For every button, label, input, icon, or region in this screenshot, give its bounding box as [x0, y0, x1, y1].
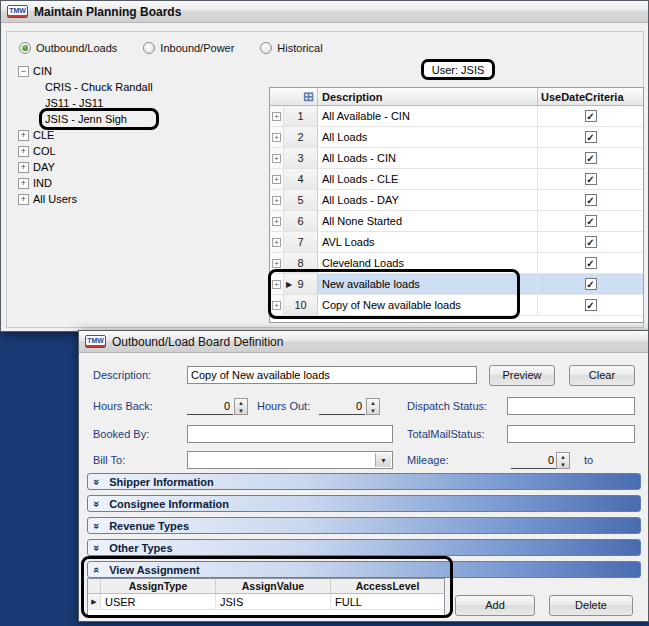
add-button[interactable]: Add [455, 595, 535, 616]
use-date-checkbox[interactable]: ✓ [585, 299, 597, 311]
spin-up-icon[interactable]: ▲ [557, 453, 569, 461]
board-description-cell[interactable]: All Available - CIN [318, 106, 538, 126]
expand-icon[interactable]: + [18, 146, 29, 157]
dispatch-status-input[interactable] [507, 397, 635, 415]
row-expand-cell[interactable]: + [270, 211, 284, 231]
board-row-4[interactable]: +4All Loads - CLE✓ [270, 169, 643, 190]
use-date-checkbox[interactable]: ✓ [585, 131, 597, 143]
total-mail-status-input[interactable] [507, 425, 635, 443]
grid-corner-cell[interactable]: ⊞ [270, 88, 318, 105]
row-expand-cell[interactable]: + [270, 274, 284, 294]
spin-up-icon[interactable]: ▲ [235, 399, 247, 407]
board-description-cell[interactable]: AVL Loads [318, 232, 538, 252]
row-expand-icon[interactable]: + [272, 301, 281, 310]
hours-back-input[interactable] [187, 398, 233, 415]
row-expand-cell[interactable]: + [270, 106, 284, 126]
row-expand-icon[interactable]: + [272, 175, 281, 184]
row-expand-cell[interactable]: + [270, 253, 284, 273]
board-description-cell[interactable]: All Loads - CIN [318, 148, 538, 168]
spin-down-icon[interactable]: ▼ [367, 407, 379, 415]
main-window-titlebar[interactable]: TMW Maintain Planning Boards [1, 1, 648, 23]
assignment-row[interactable]: ▶USERJSISFULL [88, 594, 444, 610]
use-date-checkbox[interactable]: ✓ [585, 278, 597, 290]
tree-item-jsis-jenn-sigh[interactable]: JSIS - Jenn Sigh [13, 111, 263, 127]
tree-item-cin[interactable]: −CIN [13, 63, 263, 79]
board-description-cell[interactable]: All None Started [318, 211, 538, 231]
row-expand-cell[interactable]: + [270, 127, 284, 147]
radio-inbound-power[interactable]: Inbound/Power [143, 42, 234, 54]
tree-item-day[interactable]: +DAY [13, 159, 263, 175]
expand-section-icon[interactable]: » [91, 544, 103, 550]
dialog-titlebar[interactable]: TMW Outbound/Load Board Definition [79, 331, 648, 353]
board-description-cell[interactable]: Cleveland Loads [318, 253, 538, 273]
bill-to-combo[interactable]: ▼ [187, 451, 393, 469]
expand-icon[interactable]: + [18, 130, 29, 141]
use-date-checkbox[interactable]: ✓ [585, 257, 597, 269]
use-date-checkbox[interactable]: ✓ [585, 152, 597, 164]
use-date-checkbox[interactable]: ✓ [585, 110, 597, 122]
tree-item-ind[interactable]: +IND [13, 175, 263, 191]
board-row-7[interactable]: +7AVL Loads✓ [270, 232, 643, 253]
spin-up-icon[interactable]: ▲ [367, 399, 379, 407]
board-description-cell[interactable]: New available loads [318, 274, 538, 294]
tree-item-cris-chuck-randall[interactable]: CRIS - Chuck Randall [13, 79, 263, 95]
expand-section-icon[interactable]: » [91, 500, 103, 506]
expand-section-icon[interactable]: » [91, 522, 103, 528]
row-expand-cell[interactable]: + [270, 190, 284, 210]
hours-back-spinner[interactable]: ▲▼ [234, 398, 248, 415]
tree-item-all-users[interactable]: +All Users [13, 191, 263, 207]
preview-button[interactable]: Preview [489, 365, 555, 386]
row-expand-icon[interactable]: + [272, 112, 281, 121]
column-header-usedatecriteria[interactable]: UseDateCriteria [538, 88, 643, 105]
board-description-cell[interactable]: All Loads - DAY [318, 190, 538, 210]
row-expand-icon[interactable]: + [272, 133, 281, 142]
tree-item-js11-js11[interactable]: JS11 - JS11 [13, 95, 263, 111]
column-header-description[interactable]: Description [318, 88, 538, 105]
board-row-8[interactable]: +8Cleveland Loads✓ [270, 253, 643, 274]
row-expand-icon[interactable]: + [272, 196, 281, 205]
collapse-icon[interactable]: − [18, 66, 29, 77]
hours-out-input[interactable] [319, 398, 365, 415]
column-header-accesslevel[interactable]: AccessLevel [331, 579, 444, 593]
section-shipper-information[interactable]: »Shipper Information [87, 473, 641, 490]
tree-item-col[interactable]: +COL [13, 143, 263, 159]
expand-icon[interactable]: + [18, 194, 29, 205]
board-description-cell[interactable]: All Loads - CLE [318, 169, 538, 189]
spin-down-icon[interactable]: ▼ [235, 407, 247, 415]
section-other-types[interactable]: »Other Types [87, 539, 641, 556]
expand-icon[interactable]: + [18, 162, 29, 173]
hours-out-spinner[interactable]: ▲▼ [366, 398, 380, 415]
section-revenue-types[interactable]: »Revenue Types [87, 517, 641, 534]
tree-item-cle[interactable]: +CLE [13, 127, 263, 143]
row-expand-cell[interactable]: + [270, 232, 284, 252]
use-date-checkbox[interactable]: ✓ [585, 215, 597, 227]
combo-dropdown-icon[interactable]: ▼ [375, 453, 391, 467]
board-row-5[interactable]: +5All Loads - DAY✓ [270, 190, 643, 211]
column-header-assigntype[interactable]: AssignType [101, 579, 216, 593]
row-expand-icon[interactable]: + [272, 259, 281, 268]
board-description-cell[interactable]: Copy of New available loads [318, 295, 538, 315]
assign-type-cell[interactable]: USER [101, 594, 216, 609]
description-input[interactable] [187, 366, 477, 384]
use-date-checkbox[interactable]: ✓ [585, 194, 597, 206]
section-consignee-information[interactable]: »Consignee Information [87, 495, 641, 512]
board-row-1[interactable]: +1All Available - CIN✓ [270, 106, 643, 127]
delete-button[interactable]: Delete [549, 595, 633, 616]
row-expand-icon[interactable]: + [272, 217, 281, 226]
row-expand-cell[interactable]: + [270, 169, 284, 189]
section-view-assignment[interactable]: «View Assignment [87, 561, 641, 578]
row-expand-icon[interactable]: + [272, 238, 281, 247]
board-row-2[interactable]: +2All Loads✓ [270, 127, 643, 148]
board-row-3[interactable]: +3All Loads - CIN✓ [270, 148, 643, 169]
board-row-6[interactable]: +6All None Started✓ [270, 211, 643, 232]
mileage-spinner[interactable]: ▲▼ [556, 452, 570, 469]
expand-icon[interactable]: + [18, 178, 29, 189]
row-expand-icon[interactable]: + [272, 280, 281, 289]
column-header-assignvalue[interactable]: AssignValue [216, 579, 331, 593]
access-level-cell[interactable]: FULL [331, 594, 444, 609]
radio-historical[interactable]: Historical [260, 42, 322, 54]
row-expand-cell[interactable]: + [270, 295, 284, 315]
booked-by-input[interactable] [187, 425, 393, 443]
use-date-checkbox[interactable]: ✓ [585, 173, 597, 185]
board-description-cell[interactable]: All Loads [318, 127, 538, 147]
